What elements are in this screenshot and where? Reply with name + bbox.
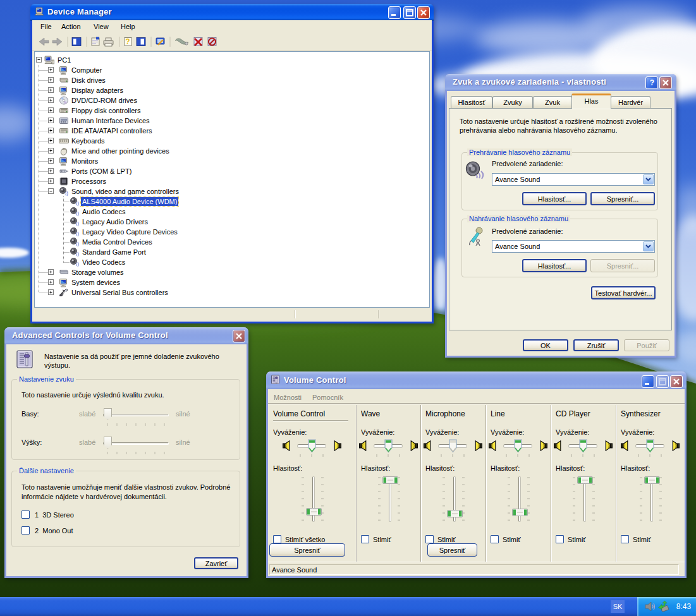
svg-text:?: ? (649, 78, 654, 87)
svg-text:?: ? (125, 37, 130, 46)
